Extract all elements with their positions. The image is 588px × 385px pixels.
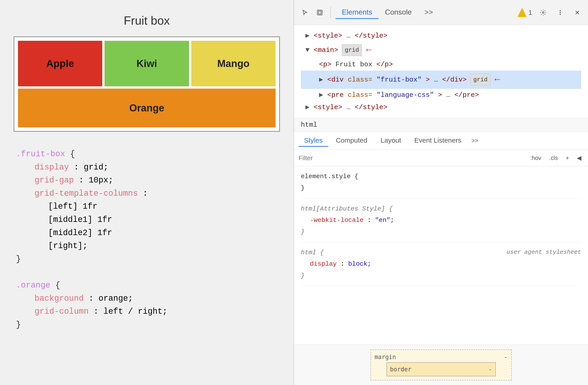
margin-value: -: [504, 354, 508, 360]
code-selector: .orange: [16, 281, 50, 290]
toolbar-divider: [330, 7, 331, 18]
add-button[interactable]: +: [564, 153, 571, 163]
style-closing: }: [301, 226, 581, 238]
code-line: [middle1] 1fr: [16, 213, 278, 226]
style-source: user agent stylesheet: [506, 247, 581, 258]
code-selector: .fruit-box: [16, 150, 65, 159]
more-icon[interactable]: [554, 6, 566, 19]
style-selector-line: html[Attributes Style] {: [301, 203, 581, 214]
fruit-grid: Apple Kiwi Mango Orange: [18, 41, 275, 127]
fruit-kiwi: Kiwi: [105, 41, 189, 86]
tab-more[interactable]: >>: [418, 6, 439, 19]
settings-icon[interactable]: [537, 6, 549, 19]
box-margin: margin - border -: [371, 349, 512, 381]
breadcrumb-text: html: [301, 121, 317, 129]
code-property: grid-gap: [35, 176, 74, 185]
code-property: background: [35, 294, 84, 303]
box-model-area: margin - border -: [294, 345, 588, 385]
dom-line: ▶ <style> … </style>: [301, 101, 581, 113]
code-line: background : orange;: [16, 292, 278, 305]
hov-button[interactable]: :hov: [528, 153, 543, 163]
style-selector-line: element.style {: [301, 171, 581, 182]
style-block-element: element.style { }: [301, 171, 581, 199]
code-line: display : grid;: [16, 161, 278, 174]
tab-event-listeners[interactable]: Event Listeners: [409, 135, 467, 147]
code-line: }: [16, 318, 278, 331]
warning-icon: [517, 8, 526, 17]
cursor-icon[interactable]: [298, 6, 311, 19]
code-line: [left] 1fr: [16, 200, 278, 213]
code-line: .fruit-box {: [16, 148, 278, 161]
devtools-toolbar: Elements Console >> 1: [294, 0, 588, 25]
tab-elements[interactable]: Elements: [336, 6, 378, 19]
code-line: grid-template-columns :: [16, 187, 278, 200]
svg-rect-1: [318, 11, 321, 14]
code-property: display: [35, 163, 69, 172]
code-line: grid-column : left / right;: [16, 305, 278, 318]
border-label: border: [390, 366, 412, 373]
dom-line: ▼ <main> grid ←: [301, 42, 581, 58]
svg-point-3: [560, 10, 561, 11]
fruit-orange: Orange: [18, 89, 275, 127]
dom-line: ▶ <style> … </style>: [301, 30, 581, 42]
code-property: grid-column: [35, 307, 89, 316]
dom-line: <p> Fruit box </p>: [301, 58, 581, 71]
style-property-line: -webkit-locale : "en";: [310, 214, 581, 226]
style-closing: }: [301, 182, 581, 194]
toggle-button[interactable]: ◀: [575, 153, 584, 163]
dom-badge-fruit-box: grid: [470, 74, 490, 86]
html-breadcrumb: html: [294, 118, 588, 132]
toolbar-tabs: Elements Console >>: [336, 6, 515, 19]
tab-computed[interactable]: Computed: [330, 135, 373, 147]
style-property-line: display : block;: [310, 258, 581, 270]
browser-content-panel: Fruit box Apple Kiwi Mango Orange .fruit…: [0, 0, 294, 385]
style-block-html-attr: html[Attributes Style] { -webkit-locale …: [301, 203, 581, 242]
code-line: }: [16, 253, 278, 266]
svg-point-4: [560, 12, 561, 13]
tab-styles[interactable]: Styles: [298, 135, 328, 147]
page-title: Fruit box: [14, 14, 280, 27]
style-closing: }: [301, 270, 581, 281]
svg-point-5: [560, 14, 561, 15]
code-line: [middle2] 1fr: [16, 226, 278, 240]
margin-label: margin: [375, 354, 396, 360]
cls-button[interactable]: .cls: [547, 153, 560, 163]
style-selector-line: html { user agent stylesheet: [301, 247, 581, 258]
filter-input[interactable]: [298, 154, 524, 162]
code-line: .orange {: [16, 279, 278, 292]
warning-badge: 1: [517, 8, 532, 17]
filter-buttons: :hov .cls + ◀: [528, 153, 584, 163]
warning-count: 1: [528, 9, 532, 16]
tab-console[interactable]: Console: [378, 6, 418, 19]
code-brace: {: [70, 150, 75, 159]
box-border: border -: [386, 362, 496, 376]
dom-line-selected[interactable]: ▶ <div class= "fruit-box" > … </div> gri…: [301, 71, 581, 89]
fruit-apple: Apple: [18, 41, 102, 86]
dom-line: ▶ <pre class= "language-css" > … </pre>: [301, 89, 581, 101]
svg-point-2: [542, 12, 544, 13]
code-line: [right];: [16, 239, 278, 253]
code-line: grid-gap : 10px;: [16, 174, 278, 187]
red-arrow-main: ←: [366, 42, 371, 58]
fruit-box-container: Apple Kiwi Mango Orange: [14, 37, 280, 132]
style-block-html-ua: html { user agent stylesheet display : b…: [301, 247, 581, 286]
filter-bar: :hov .cls + ◀: [294, 150, 588, 166]
styles-tabs: Styles Computed Layout Event Listeners >…: [294, 132, 588, 150]
tab-more-styles[interactable]: >>: [471, 137, 478, 144]
dom-tree: ▶ <style> … </style> ▼ <main> grid ← <p>…: [294, 25, 588, 118]
code-property: grid-template-columns: [35, 189, 138, 198]
devtools-panel: Elements Console >> 1: [294, 0, 588, 385]
inspector-icon[interactable]: [313, 6, 326, 19]
toolbar-right: 1: [517, 6, 584, 19]
dom-badge-grid: grid: [342, 44, 362, 56]
svg-rect-0: [317, 10, 322, 15]
styles-content: element.style { } html[Attributes Style]…: [294, 166, 588, 345]
border-value: -: [488, 366, 492, 373]
css-code-display: .fruit-box { display : grid; grid-gap : …: [14, 143, 280, 336]
tab-layout[interactable]: Layout: [375, 135, 406, 147]
close-icon[interactable]: [571, 6, 584, 19]
red-arrow-div: ←: [495, 71, 500, 88]
fruit-mango: Mango: [191, 41, 275, 86]
